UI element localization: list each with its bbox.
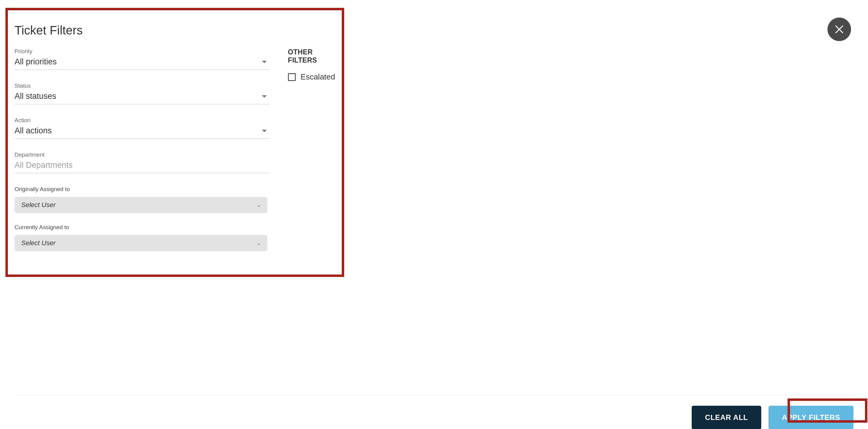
escalated-checkbox-row[interactable]: Escalated	[288, 72, 335, 81]
action-value: All actions	[14, 126, 52, 135]
department-field: Department All Departments	[14, 152, 270, 173]
currently-assigned-placeholder: Select User	[21, 239, 56, 247]
status-select[interactable]: All statuses	[14, 90, 270, 104]
caret-down-icon	[262, 130, 267, 132]
currently-assigned-label: Currently Assigned to	[14, 224, 270, 231]
department-label: Department	[14, 152, 270, 158]
status-field: Status All statuses	[14, 82, 270, 104]
priority-field: Priority All priorities	[14, 48, 270, 70]
escalated-label: Escalated	[301, 72, 335, 81]
action-select[interactable]: All actions	[14, 124, 270, 139]
caret-down-icon	[262, 61, 267, 63]
footer-actions: CLEAR ALL APPLY FILTERS	[14, 406, 854, 429]
department-placeholder: All Departments	[14, 161, 72, 170]
chevron-down-icon: ⌄	[257, 202, 261, 208]
clear-all-button[interactable]: CLEAR ALL	[692, 406, 761, 429]
close-icon	[834, 24, 844, 34]
caret-down-icon	[262, 95, 267, 98]
currently-assigned-field: Currently Assigned to Select User ⌄	[14, 224, 270, 251]
filters-right-column: OTHER FILTERS Escalated	[288, 48, 335, 262]
priority-value: All priorities	[14, 57, 57, 67]
panel-title: Ticket Filters	[14, 24, 335, 37]
filters-left-column: Priority All priorities Status All statu…	[14, 48, 270, 262]
originally-assigned-label: Originally Assigned to	[14, 186, 270, 193]
currently-assigned-select[interactable]: Select User ⌄	[14, 235, 267, 251]
checkbox-icon	[288, 73, 296, 81]
other-filters-heading: OTHER FILTERS	[288, 48, 335, 64]
status-value: All statuses	[14, 92, 56, 101]
originally-assigned-select[interactable]: Select User ⌄	[14, 197, 267, 213]
chevron-down-icon: ⌄	[257, 240, 261, 246]
priority-select[interactable]: All priorities	[14, 55, 270, 70]
apply-filters-button[interactable]: APPLY FILTERS	[769, 406, 854, 429]
action-field: Action All actions	[14, 117, 270, 139]
priority-label: Priority	[14, 48, 270, 55]
department-select[interactable]: All Departments	[14, 159, 270, 173]
ticket-filters-panel: Ticket Filters Priority All priorities S…	[14, 24, 335, 262]
action-label: Action	[14, 117, 270, 124]
status-label: Status	[14, 82, 270, 89]
originally-assigned-field: Originally Assigned to Select User ⌄	[14, 186, 270, 213]
originally-assigned-placeholder: Select User	[21, 201, 56, 209]
close-button[interactable]	[828, 18, 851, 41]
filter-columns: Priority All priorities Status All statu…	[14, 48, 335, 262]
